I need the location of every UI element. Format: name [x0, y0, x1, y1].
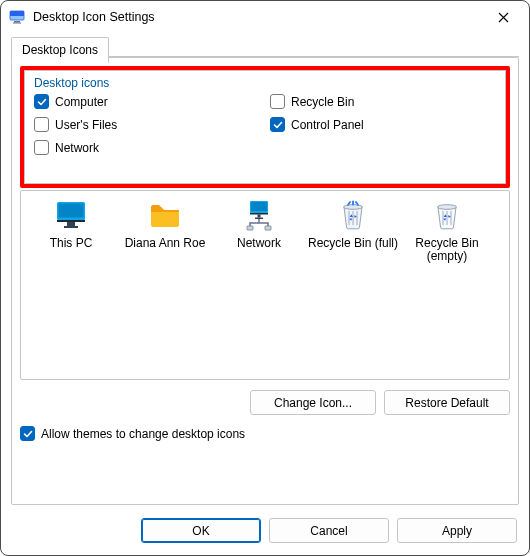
checkbox-input[interactable]	[270, 117, 285, 132]
icon-action-buttons: Change Icon... Restore Default	[250, 390, 510, 415]
titlebar: Desktop Icon Settings	[1, 1, 529, 33]
checkmark-icon	[37, 97, 47, 107]
checkbox-grid: Computer Recycle Bin User's Files	[34, 94, 496, 155]
checkbox-input[interactable]	[20, 426, 35, 441]
close-button[interactable]	[483, 3, 523, 31]
monitor-icon	[53, 197, 89, 233]
folder-icon	[147, 197, 183, 233]
svg-rect-1	[10, 11, 24, 16]
preview-label: Network	[237, 237, 281, 250]
checkmark-icon	[23, 429, 33, 439]
preview-label: Diana Ann Roe	[125, 237, 206, 250]
tab-label: Desktop Icons	[22, 43, 98, 57]
tab-panel: Desktop icons Computer Recycle Bin	[11, 57, 519, 505]
svg-rect-12	[258, 215, 261, 218]
checkbox-users-files[interactable]: User's Files	[34, 117, 260, 132]
svg-rect-11	[250, 213, 268, 215]
checkmark-icon	[273, 120, 283, 130]
button-label: Cancel	[310, 524, 347, 538]
checkbox-label: Recycle Bin	[291, 95, 354, 109]
preview-label: Recycle Bin (full)	[308, 237, 398, 250]
button-label: Restore Default	[405, 396, 488, 410]
checkbox-label: User's Files	[55, 118, 117, 132]
svg-rect-15	[265, 226, 271, 230]
allow-themes-checkbox[interactable]: Allow themes to change desktop icons	[20, 426, 245, 441]
checkbox-input[interactable]	[34, 140, 49, 155]
restore-default-button[interactable]: Restore Default	[384, 390, 510, 415]
checkbox-label: Computer	[55, 95, 108, 109]
dialog-buttons: OK Cancel Apply	[141, 518, 517, 543]
checkbox-input[interactable]	[34, 117, 49, 132]
preview-item-network[interactable]: Network	[213, 197, 305, 373]
preview-label: This PC	[50, 237, 93, 250]
button-label: OK	[192, 524, 209, 538]
button-label: Apply	[442, 524, 472, 538]
icon-preview-list: This PC Diana Ann Roe	[20, 190, 510, 380]
svg-rect-7	[67, 222, 75, 226]
recycle-bin-empty-icon	[429, 197, 465, 233]
svg-rect-14	[247, 226, 253, 230]
checkbox-input[interactable]	[270, 94, 285, 109]
checkbox-network[interactable]: Network	[34, 140, 260, 155]
svg-point-17	[438, 205, 457, 210]
apply-button[interactable]: Apply	[397, 518, 517, 543]
checkbox-control-panel[interactable]: Control Panel	[270, 117, 496, 132]
checkbox-label: Network	[55, 141, 99, 155]
group-legend: Desktop icons	[34, 76, 496, 90]
svg-rect-5	[59, 204, 84, 218]
change-icon-button[interactable]: Change Icon...	[250, 390, 376, 415]
tab-desktop-icons[interactable]: Desktop Icons	[11, 37, 109, 63]
network-icon	[241, 197, 277, 233]
dialog-window: Desktop Icon Settings Desktop Icons Desk…	[0, 0, 530, 556]
checkbox-label: Allow themes to change desktop icons	[41, 427, 245, 441]
preview-item-this-pc[interactable]: This PC	[25, 197, 117, 373]
svg-rect-2	[14, 21, 20, 23]
window-title: Desktop Icon Settings	[33, 10, 483, 24]
svg-rect-10	[251, 202, 267, 211]
svg-rect-3	[13, 23, 21, 24]
checkbox-input[interactable]	[34, 94, 49, 109]
svg-rect-13	[255, 218, 263, 220]
preview-label: Recycle Bin (empty)	[401, 237, 493, 263]
checkbox-recycle-bin[interactable]: Recycle Bin	[270, 94, 496, 109]
personalization-icon	[9, 9, 25, 25]
preview-item-recycle-full[interactable]: Recycle Bin (full)	[307, 197, 399, 373]
checkbox-computer[interactable]: Computer	[34, 94, 260, 109]
desktop-icons-group: Desktop icons Computer Recycle Bin	[20, 66, 510, 188]
cancel-button[interactable]: Cancel	[269, 518, 389, 543]
recycle-bin-full-icon	[335, 197, 371, 233]
preview-item-recycle-empty[interactable]: Recycle Bin (empty)	[401, 197, 493, 373]
svg-rect-6	[57, 220, 85, 222]
checkbox-label: Control Panel	[291, 118, 364, 132]
ok-button[interactable]: OK	[141, 518, 261, 543]
button-label: Change Icon...	[274, 396, 352, 410]
close-icon	[498, 12, 509, 23]
svg-rect-8	[64, 226, 78, 228]
preview-item-user-folder[interactable]: Diana Ann Roe	[119, 197, 211, 373]
